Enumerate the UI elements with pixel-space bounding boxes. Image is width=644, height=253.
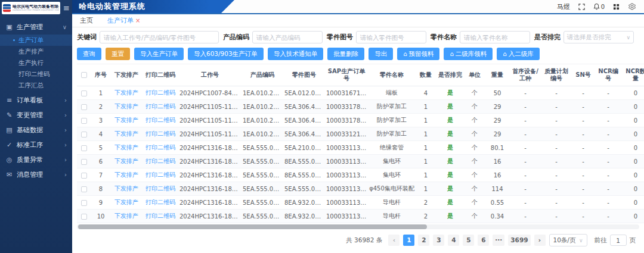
sidebar-item-生产排产[interactable]: 生产排产 [0,46,72,57]
print-qr-link[interactable]: 打印二维码 [145,89,175,96]
prev-page-button[interactable]: ‹ [388,235,400,246]
more-pages-button[interactable]: ··· [493,235,504,246]
notification-count: 0 [601,4,605,10]
button-批量删除[interactable]: 批量删除 [327,48,364,60]
row-checkbox[interactable] [81,186,87,192]
row-checkbox[interactable] [81,90,87,96]
notification-bell-icon[interactable]: 0 [593,3,605,10]
user-name[interactable]: 马煜 [557,2,570,11]
print-qr-link[interactable]: 打印二维码 [145,103,175,110]
page-button-1[interactable]: 1 [403,235,414,246]
button-预留领料[interactable]: ⌂预留领料 [397,48,439,60]
schedule-link[interactable]: 下发排产 [114,158,138,164]
page-button-3[interactable]: 3 [433,235,444,246]
filter-产品编码: 产品编码 [223,31,323,43]
system-title: 哈电动装管理系统 [72,0,234,13]
button-二级库领料[interactable]: ⌂二级库领料 [444,48,493,60]
tab-bar: 主页生产订单× [72,14,644,27]
row-checkbox[interactable] [81,145,87,151]
schedule-link[interactable]: 下发排产 [114,199,138,205]
filter-input-零件图号[interactable] [356,31,426,43]
cell-part-name: 绝缘套管 [368,141,416,155]
sidebar-group-质量异常[interactable]: ◎质量异常› [0,152,72,167]
schedule-link[interactable]: 下发排产 [114,117,138,123]
filter-零件图号: 零件图号 [327,31,426,43]
select-all-checkbox[interactable] [81,72,87,78]
page-button-6[interactable]: 6 [478,235,489,246]
page-button-3699[interactable]: 3699 [508,235,530,246]
button-导入技术通知单[interactable]: 导入技术通知单 [268,48,324,60]
filter-input-零件名称[interactable] [460,31,530,43]
print-qr-link[interactable]: 打印二维码 [145,117,175,123]
page-size-select[interactable]: 10条/页∨ [549,234,587,246]
button-导出[interactable]: 导出 [369,48,393,60]
cell-ncr-no: - [595,100,622,114]
print-qr-link[interactable]: 打印二维码 [145,158,175,164]
row-checkbox[interactable] [81,132,87,138]
filter-input-产品编码[interactable] [252,31,323,43]
row-checkbox[interactable] [81,159,87,165]
schedule-link[interactable]: 下发排产 [114,103,138,110]
sidebar-group-标准工序[interactable]: ✓标准工序› [0,138,72,152]
schedule-link[interactable]: 下发排产 [114,213,138,219]
tab-主页[interactable]: 主页 [80,14,93,27]
sidebar-group-消息管理[interactable]: ✉消息管理› [0,167,72,182]
schedule-link[interactable]: 下发排产 [114,89,138,96]
schedule-link[interactable]: 下发排产 [114,144,138,151]
cell-qty: 2 [416,210,436,223]
cell-sap-no: 10003311347 [325,210,368,223]
horizontal-scrollbar-thumb[interactable] [78,224,427,229]
sidebar-item-工序汇总[interactable]: 工序汇总 [0,80,72,91]
button-导入生产订单[interactable]: 导入生产订单 [134,48,184,60]
button-查询[interactable]: 查询 [77,48,101,60]
page-button-5[interactable]: 5 [463,235,474,246]
print-qr-link[interactable]: 打印二维码 [145,144,175,151]
sidebar-collapse-icon[interactable]: ≡ [62,4,71,12]
sidebar-item-打印二维码[interactable]: 打印二维码 [0,68,72,80]
filter-input-关键词[interactable] [100,31,219,43]
tab-生产订单[interactable]: 生产订单× [107,14,140,27]
print-qr-link[interactable]: 打印二维码 [145,130,175,137]
button-导入603/903生产订单[interactable]: 导入603/903生产订单 [188,48,264,60]
settings-gear-icon[interactable] [628,3,636,11]
row-checkbox[interactable] [81,173,87,179]
schedule-link[interactable]: 下发排产 [114,171,138,178]
row-checkbox[interactable] [81,200,87,206]
filter-select-是否排完[interactable]: 请选择是否排完∨ [564,31,634,43]
sidebar-group-label: 标准工序 [17,140,61,149]
cell-checkbox [77,155,91,168]
page-button-2[interactable]: 2 [418,235,429,246]
cell-work-no: 2024HPC1316-1833-2 [178,182,242,196]
row-checkbox[interactable] [81,118,87,124]
sidebar-group-订单看板[interactable]: ≡订单看板› [0,93,72,108]
button-重置[interactable]: 重置 [106,48,130,60]
goto-label: 前往 [595,236,607,245]
cell-print: 打印二维码 [143,86,178,100]
sidebar-item-生产订单[interactable]: 生产订单 [0,35,72,46]
sidebar-item-生产执行[interactable]: 生产执行 [0,57,72,68]
goto-page-input[interactable] [610,235,627,246]
print-qr-link[interactable]: 打印二维码 [145,213,175,219]
column-header-重量: 重量 [485,64,510,86]
cell-print: 打印二维码 [143,100,178,114]
fullscreen-icon[interactable] [578,3,586,11]
print-qr-link[interactable]: 打印二维码 [145,199,175,205]
cell-part-name: 防护罩加工 [368,127,416,141]
print-qr-link[interactable]: 打印二维码 [145,185,175,192]
page-size-value: 10条/页 [553,236,576,245]
cell-no: 7 [91,168,110,182]
sidebar-group-基础数据[interactable]: ▤基础数据› [0,123,72,138]
sidebar-group-生产管理[interactable]: ▣生产管理∨ [0,20,72,35]
tab-close-icon[interactable]: × [135,17,140,24]
page-button-4[interactable]: 4 [448,235,459,246]
button-入二级库[interactable]: ⌂入二级库 [497,48,539,60]
sidebar-group-变更管理[interactable]: ✎变更管理› [0,108,72,123]
schedule-link[interactable]: 下发排产 [114,185,138,192]
print-qr-link[interactable]: 打印二维码 [145,171,175,178]
row-checkbox[interactable] [81,104,87,110]
apps-grid-icon[interactable] [612,3,620,11]
cell-quality-plan-no: - [541,127,572,141]
schedule-link[interactable]: 下发排产 [114,130,138,137]
next-page-button[interactable]: › [534,235,546,246]
row-checkbox[interactable] [81,214,87,220]
